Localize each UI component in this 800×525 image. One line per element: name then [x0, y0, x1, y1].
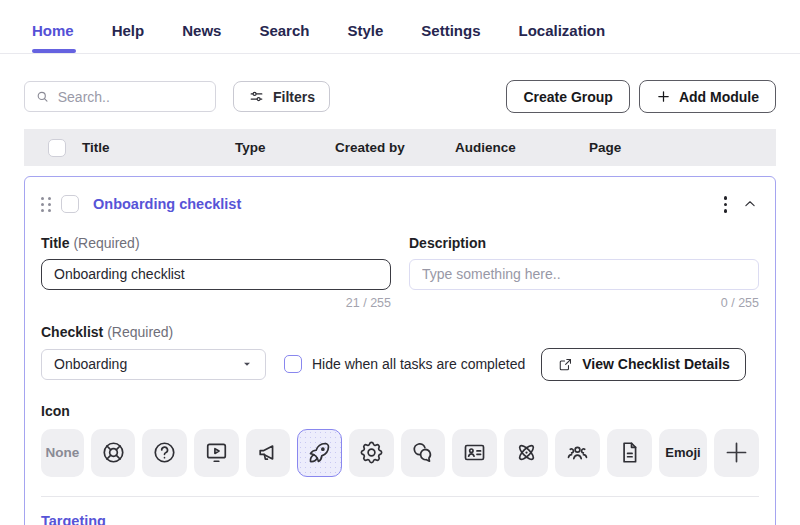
title-char-counter: 21 / 255 [41, 296, 391, 310]
table-header: Title Type Created by Audience Page [24, 129, 776, 166]
external-link-icon [557, 356, 574, 373]
section-divider [41, 496, 759, 497]
filters-icon [248, 88, 265, 105]
icon-option-megaphone[interactable] [246, 429, 291, 477]
search-input[interactable] [58, 89, 205, 105]
tab-localization[interactable]: Localization [518, 0, 605, 53]
tab-help[interactable]: Help [112, 0, 145, 53]
module-title: Onboarding checklist [93, 196, 241, 212]
icon-option-document[interactable] [607, 429, 652, 477]
title-required-hint: (Required) [73, 235, 139, 251]
icon-option-people[interactable] [555, 429, 600, 477]
checklist-field-label: Checklist (Required) [41, 324, 759, 340]
tab-settings[interactable]: Settings [421, 0, 480, 53]
create-group-label: Create Group [523, 89, 612, 105]
filters-label: Filters [273, 89, 315, 105]
column-page: Page [589, 140, 752, 155]
icon-option-add[interactable] [714, 429, 759, 477]
atom-icon [513, 439, 540, 466]
module-card-header: Onboarding checklist [41, 177, 759, 217]
checklist-required-hint: (Required) [107, 324, 173, 340]
checklist-label-text: Checklist [41, 324, 103, 340]
gear-icon [358, 439, 385, 466]
toolbar-actions: Create Group Add Module [506, 80, 776, 113]
title-input[interactable] [41, 259, 391, 290]
toolbar: Filters Create Group Add Module [0, 80, 800, 113]
add-module-label: Add Module [679, 89, 759, 105]
rocket-icon [306, 439, 333, 466]
description-char-counter: 0 / 255 [409, 296, 759, 310]
plus-icon [656, 89, 671, 104]
description-input[interactable] [409, 259, 759, 290]
checklist-select[interactable]: Onboarding [41, 349, 266, 380]
description-label-text: Description [409, 235, 486, 251]
checklist-selected-value: Onboarding [54, 356, 127, 372]
icon-option-lifebuoy[interactable] [91, 429, 136, 477]
module-card: Onboarding checklist Title (Required) 21… [24, 176, 776, 525]
caret-down-icon [239, 356, 255, 372]
icon-option-emoji[interactable]: Emoji [659, 429, 708, 477]
column-created-by: Created by [335, 140, 455, 155]
add-module-button[interactable]: Add Module [639, 80, 776, 113]
title-label-text: Title [41, 235, 70, 251]
help-circle-icon [151, 439, 178, 466]
title-field-label: Title (Required) [41, 235, 391, 251]
search-box[interactable] [24, 81, 216, 112]
icon-option-chat[interactable] [401, 429, 446, 477]
icon-picker: None [41, 429, 759, 477]
hide-when-completed-label: Hide when all tasks are completed [312, 356, 525, 372]
chevron-up-icon [741, 195, 759, 213]
icon-option-gear[interactable] [349, 429, 394, 477]
lifebuoy-icon [100, 439, 127, 466]
video-player-icon [203, 439, 230, 466]
icon-option-atom[interactable] [504, 429, 549, 477]
tab-search[interactable]: Search [259, 0, 309, 53]
filters-button[interactable]: Filters [233, 81, 330, 112]
icon-section-label: Icon [41, 403, 759, 419]
column-title: Title [82, 140, 235, 155]
search-icon [35, 88, 50, 105]
column-audience: Audience [455, 140, 589, 155]
icon-option-help[interactable] [142, 429, 187, 477]
module-checkbox[interactable] [61, 195, 79, 213]
targeting-link[interactable]: Targeting [41, 513, 759, 525]
tab-news[interactable]: News [182, 0, 221, 53]
column-type: Type [235, 140, 335, 155]
tab-home[interactable]: Home [32, 0, 74, 53]
select-all-checkbox[interactable] [48, 139, 66, 157]
chat-bubbles-icon [409, 439, 436, 466]
kebab-menu-icon[interactable] [720, 192, 732, 217]
view-checklist-details-label: View Checklist Details [582, 356, 730, 372]
icon-option-none[interactable]: None [41, 429, 84, 477]
icon-option-video[interactable] [194, 429, 239, 477]
megaphone-icon [254, 439, 281, 466]
icon-option-rocket[interactable] [297, 429, 342, 477]
view-checklist-details-button[interactable]: View Checklist Details [541, 348, 746, 381]
icon-option-id-card[interactable] [452, 429, 497, 477]
description-field-label: Description [409, 235, 759, 251]
drag-handle-icon[interactable] [41, 197, 52, 212]
tab-style[interactable]: Style [347, 0, 383, 53]
plus-icon [722, 438, 751, 467]
top-nav: Home Help News Search Style Settings Loc… [0, 0, 800, 54]
id-card-icon [461, 439, 488, 466]
hide-when-completed-checkbox[interactable] [284, 355, 302, 373]
document-icon [616, 439, 643, 466]
create-group-button[interactable]: Create Group [506, 80, 629, 113]
collapse-button[interactable] [741, 195, 759, 213]
people-group-icon [564, 439, 591, 466]
